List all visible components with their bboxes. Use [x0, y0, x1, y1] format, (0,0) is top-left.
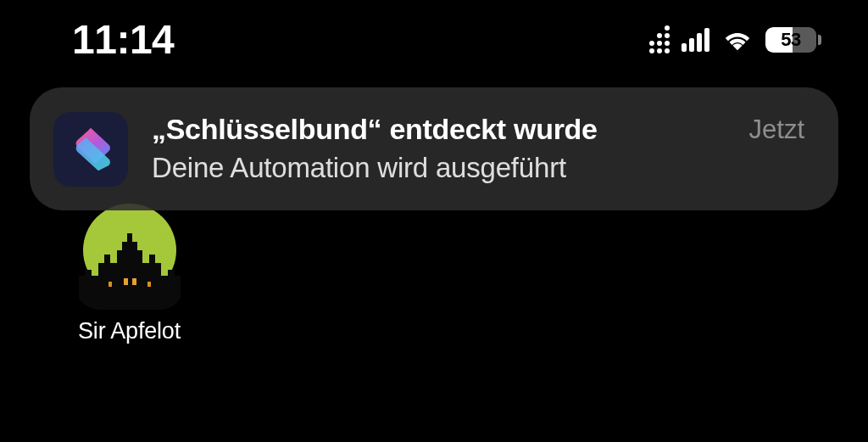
home-app-sir-apfelot[interactable]: Sir Apfelot — [68, 199, 191, 344]
signal-strength-icon — [682, 28, 709, 52]
svg-rect-0 — [124, 278, 128, 285]
notification-subtitle: Deine Automation wird ausgeführt — [152, 149, 726, 187]
home-app-label: Sir Apfelot — [68, 318, 191, 344]
shortcuts-app-icon — [53, 112, 128, 187]
status-bar: 11:14 53 — [0, 0, 868, 72]
wifi-icon — [721, 25, 754, 54]
notification-banner[interactable]: „Schlüsselbund“ entdeckt wurde Deine Aut… — [30, 87, 838, 210]
signal-dual-icon — [649, 25, 670, 53]
battery-percent: 53 — [765, 29, 816, 51]
sir-apfelot-icon — [75, 199, 185, 310]
svg-rect-2 — [108, 282, 112, 287]
svg-rect-1 — [132, 278, 136, 285]
notification-timestamp: Jetzt — [749, 115, 804, 145]
notification-content: „Schlüsselbund“ entdeckt wurde Deine Aut… — [152, 111, 726, 187]
svg-rect-3 — [147, 282, 151, 287]
status-time: 11:14 — [72, 16, 174, 63]
status-icons: 53 — [649, 25, 821, 54]
battery-icon: 53 — [765, 27, 821, 53]
notification-title: „Schlüsselbund“ entdeckt wurde — [152, 111, 726, 148]
